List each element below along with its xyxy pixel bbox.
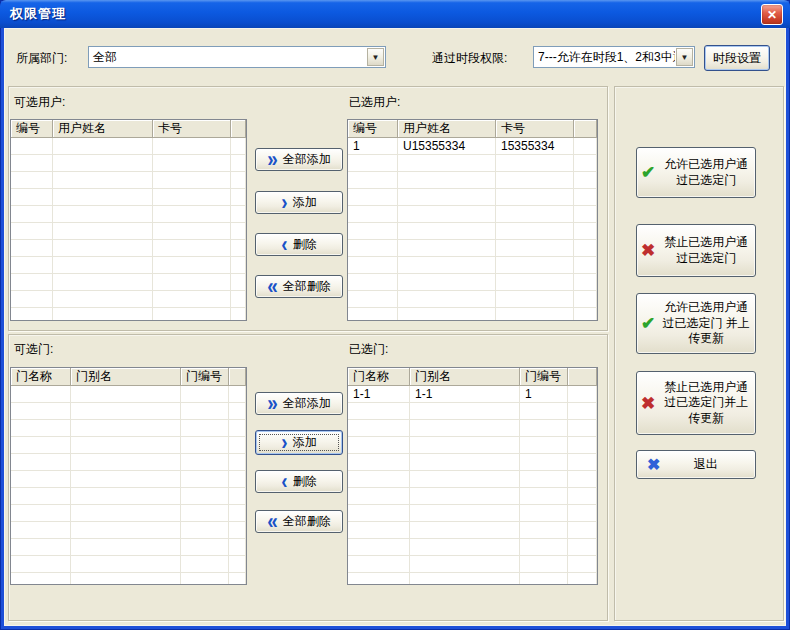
table-header: 门名称门别名门编号: [11, 368, 246, 386]
column-header[interactable]: 卡号: [153, 120, 231, 138]
table-cell-filler: [231, 223, 246, 240]
column-header[interactable]: 门别名: [71, 368, 181, 386]
column-header[interactable]: 门编号: [181, 368, 229, 386]
column-header[interactable]: 用户姓名: [53, 120, 153, 138]
table-cell-filler: [568, 522, 597, 539]
table-row: [11, 556, 246, 573]
table-row: [348, 539, 597, 556]
table-cell-filler: [231, 291, 246, 308]
table-cell: [11, 257, 53, 274]
table-cell: [348, 522, 410, 539]
table-cell-filler: [568, 505, 597, 522]
column-header[interactable]: 编号: [348, 120, 398, 138]
available-users-table[interactable]: 编号用户姓名卡号: [10, 119, 247, 321]
selected-doors-table[interactable]: 门名称门别名门编号 1-11-11: [347, 367, 598, 585]
table-cell: [496, 206, 574, 223]
available-doors-table[interactable]: 门名称门别名门编号: [10, 367, 247, 585]
table-cell: [398, 206, 496, 223]
table-row: [11, 386, 246, 403]
chevron-down-icon[interactable]: ▼: [367, 48, 384, 66]
column-header[interactable]: 编号: [11, 120, 53, 138]
table-row: [348, 488, 597, 505]
doors-add-all-button[interactable]: » 全部添加: [255, 392, 343, 415]
table-cell: [71, 573, 181, 585]
close-icon[interactable]: ✕: [761, 4, 783, 25]
table-cell-filler: [229, 556, 246, 573]
table-cell-filler: [231, 257, 246, 274]
table-row: [11, 488, 246, 505]
doors-remove-all-button[interactable]: « 全部删除: [255, 510, 343, 533]
table-cell: [53, 155, 153, 172]
forbid-upload-label: 禁止已选用户通过已选定门并上传更新: [661, 380, 751, 427]
table-cell: [11, 189, 53, 206]
column-header-filler: [568, 368, 597, 386]
table-cell: [348, 257, 398, 274]
users-add-button[interactable]: › 添加: [255, 191, 343, 214]
table-cell-filler: [568, 573, 597, 585]
column-header[interactable]: 门名称: [348, 368, 410, 386]
chevron-right-icon: ›: [281, 192, 285, 214]
doors-remove-label: 删除: [293, 473, 317, 490]
table-cell: [153, 206, 231, 223]
table-cell: 1-1: [410, 386, 520, 403]
chevron-down-icon[interactable]: ▼: [676, 48, 693, 66]
table-cell: [153, 172, 231, 189]
exit-button[interactable]: ✖ 退出: [636, 450, 756, 479]
table-cell: [348, 505, 410, 522]
table-row: [348, 454, 597, 471]
selected-users-table[interactable]: 编号用户姓名卡号 1U1535533415355334: [347, 119, 598, 321]
column-header[interactable]: 卡号: [496, 120, 574, 138]
table-row: [11, 308, 246, 321]
table-cell: [181, 488, 229, 505]
table-cell: [181, 471, 229, 488]
table-row: [11, 257, 246, 274]
table-cell: [410, 539, 520, 556]
table-cell: [11, 386, 71, 403]
table-cell: [496, 240, 574, 257]
column-header[interactable]: 门编号: [520, 368, 568, 386]
forbid-selected-users-button[interactable]: ✖ 禁止已选用户通过已选定门: [636, 224, 756, 277]
users-add-all-button[interactable]: » 全部添加: [255, 148, 343, 171]
table-cell: [71, 420, 181, 437]
table-cell: [348, 189, 398, 206]
table-cell: [11, 437, 71, 454]
table-cell-filler: [231, 274, 246, 291]
table-cell-filler: [229, 488, 246, 505]
table-cell: [348, 539, 410, 556]
table-cell: [496, 172, 574, 189]
doors-add-button[interactable]: › 添加: [255, 430, 343, 455]
department-value: 全部: [89, 47, 366, 67]
check-icon: ✔: [641, 162, 655, 183]
table-cell: [11, 556, 71, 573]
table-row: [11, 539, 246, 556]
allow-and-upload-button[interactable]: ✔ 允许已选用户通过已选定门 并上传更新: [636, 293, 756, 354]
table-row[interactable]: 1-11-11: [348, 386, 597, 403]
users-remove-button[interactable]: ‹ 删除: [255, 233, 343, 256]
doors-remove-button[interactable]: ‹ 删除: [255, 470, 343, 493]
department-select[interactable]: 全部 ▼: [88, 46, 386, 68]
allow-selected-users-button[interactable]: ✔ 允许已选用户通过已选定门: [636, 147, 756, 198]
time-permission-select[interactable]: 7---允许在时段1、2和3中通过 ▼: [533, 46, 695, 68]
table-header: 编号用户姓名卡号: [348, 120, 597, 138]
allow-label: 允许已选用户通过已选定门: [661, 157, 751, 188]
forbid-and-upload-button[interactable]: ✖ 禁止已选用户通过已选定门并上传更新: [636, 371, 756, 435]
table-cell: [11, 471, 71, 488]
table-cell-filler: [231, 206, 246, 223]
column-header[interactable]: 门别名: [410, 368, 520, 386]
column-header[interactable]: 门名称: [11, 368, 71, 386]
check-icon: ✔: [641, 313, 655, 334]
cross-icon: ✖: [641, 393, 655, 414]
available-doors-label: 可选门:: [14, 341, 53, 358]
table-row: [11, 223, 246, 240]
table-cell: [348, 206, 398, 223]
table-row[interactable]: 1U1535533415355334: [348, 138, 597, 155]
table-row: [11, 155, 246, 172]
table-cell: [181, 420, 229, 437]
table-cell: [398, 240, 496, 257]
table-cell: [11, 403, 71, 420]
column-header[interactable]: 用户姓名: [398, 120, 496, 138]
users-remove-all-button[interactable]: « 全部删除: [255, 275, 343, 298]
forbid-label: 禁止已选用户通过已选定门: [661, 235, 751, 266]
table-cell-filler: [568, 437, 597, 454]
time-setting-button[interactable]: 时段设置: [704, 45, 770, 71]
